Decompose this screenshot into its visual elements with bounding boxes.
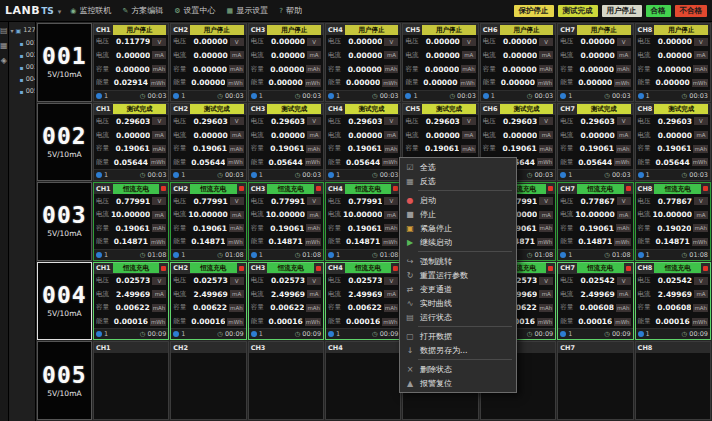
monitor-icon: ◉: [70, 7, 76, 15]
channel-card-002-ch2[interactable]: CH2测试完成电压0.29603V电流0.00000mA容量0.19061mAh…: [170, 103, 246, 182]
context-menu-item-reset-run-params[interactable]: ↻重置运行参数: [400, 268, 516, 282]
step-icon: [560, 252, 566, 258]
context-menu-item-stop[interactable]: ■停止: [400, 207, 516, 221]
channel-card-002-ch8[interactable]: CH8测试完成电压0.29603V电流0.00000mA容量0.19061mAh…: [635, 103, 711, 182]
tree-device-item-5[interactable]: ▪005 [5V/10mA-1.1-20180501005]: [11, 87, 33, 95]
device-display-003[interactable]: 0035V/10mA: [37, 182, 92, 261]
channel-card-003-ch7[interactable]: CH7恒流充电电压0.77867V电流10.00000mA容量0.19061mA…: [557, 182, 633, 261]
channel-card-004-ch7[interactable]: CH7恒流充电电压0.02542V电流2.49969mA容量0.00608mAh…: [557, 262, 633, 341]
tree-device-item-2[interactable]: ▪002 [5V/10mA-1.1-20180501002]: [11, 51, 33, 59]
alarm-view-icon[interactable]: ◈: [1, 57, 7, 65]
capacity-value: 0.19061: [111, 224, 150, 233]
channel-card-002-ch7[interactable]: CH7测试完成电压0.29603V电流0.00000mA容量0.19061mAh…: [557, 103, 633, 182]
context-menu-item-invert-selection[interactable]: ▦反选: [400, 174, 516, 188]
capacity-label: 容量: [96, 224, 109, 233]
voltage-label: 电压: [96, 37, 109, 46]
channel-card-005-ch3[interactable]: CH3: [248, 341, 324, 420]
channel-card-001-ch3[interactable]: CH3用户停止电压0.00000V电流0.00000mA容量0.00000mAh…: [248, 23, 324, 102]
recording-icon: [239, 266, 244, 271]
channel-card-001-ch2[interactable]: CH2用户停止电压0.00000V电流0.00000mA容量0.00000mAh…: [170, 23, 246, 102]
menubar-item-display-settings[interactable]: ▦显示设置: [227, 5, 269, 16]
channel-card-001-ch7[interactable]: CH7用户停止电压0.00000V电流0.00000mA容量0.00000mAh…: [557, 23, 633, 102]
channel-card-004-ch8[interactable]: CH8恒流充电电压0.02542V电流2.49969mA容量0.00608mAh…: [635, 262, 711, 341]
channel-card-004-ch3[interactable]: CH3恒流充电电压0.02573V电流2.49969mA容量0.00622mAh…: [248, 262, 324, 341]
device-display-002[interactable]: 0025V/10mA: [37, 103, 92, 182]
context-menu-item-save-data-as[interactable]: ↓数据另存为...: [400, 343, 516, 357]
channel-card-005-ch4[interactable]: CH4: [325, 341, 401, 420]
device-icon: ▪: [20, 40, 24, 47]
menubar-item-plan-edit[interactable]: ✎方案编辑: [122, 5, 163, 16]
channel-card-003-ch8[interactable]: CH8恒流充电电压0.77867V电流10.00000mA容量0.19020mA…: [635, 182, 711, 261]
context-menu-item-resume-start[interactable]: ▶继续启动: [400, 235, 516, 249]
channel-card-001-ch1[interactable]: CH1用户停止电压0.11779V电流0.00000mA容量0.00000mAh…: [93, 23, 169, 102]
energy-unit: mWh: [305, 318, 321, 326]
menubar-item-settings-center[interactable]: ⚙设置中心: [174, 5, 215, 16]
channel-card-002-ch4[interactable]: CH4测试完成电压0.29603V电流0.00000mA容量0.19061mAh…: [325, 103, 401, 182]
device-list-icon[interactable]: ▤: [0, 27, 8, 35]
context-menu-item-change-channel[interactable]: ⇄变更通道: [400, 282, 516, 296]
caret-down-icon[interactable]: ▾: [58, 8, 62, 16]
logo-text-secondary: TS: [41, 6, 54, 16]
channel-card-001-ch5[interactable]: CH5用户停止电压0.00000V电流0.00000mA容量0.00000mAh…: [402, 23, 478, 102]
current-value: 10.00000: [343, 210, 382, 219]
voltage-unit: V: [462, 38, 476, 46]
channel-card-004-ch4[interactable]: CH4恒流充电电压0.02573V电流2.49969mA容量0.00622mAh…: [325, 262, 401, 341]
channel-card-004-ch1[interactable]: CH1恒流充电电压0.02573V电流2.49969mA容量0.00622mAh…: [93, 262, 169, 341]
current-unit: mA: [230, 290, 244, 298]
device-display-005[interactable]: 0055V/10mA: [37, 341, 92, 420]
context-menu-item-alarm-reset[interactable]: ▲报警复位: [400, 376, 516, 390]
tree-expand-icon[interactable]: ▾: [11, 27, 14, 34]
device-display-001[interactable]: 0015V/10mA: [37, 23, 92, 102]
current-value: 2.49969: [111, 290, 150, 299]
channel-card-002-ch3[interactable]: CH3测试完成电压0.29603V电流0.00000mA容量0.19061mAh…: [248, 103, 324, 182]
context-menu-item-delete-status[interactable]: ×删除状态: [400, 362, 516, 376]
monitor-view-icon[interactable]: ▦: [0, 42, 8, 50]
channel-card-003-ch3[interactable]: CH3恒流充电电压0.77991V电流10.00000mA容量0.19061mA…: [248, 182, 324, 261]
channel-name: CH7: [560, 344, 575, 352]
channel-card-005-ch2[interactable]: CH2: [170, 341, 246, 420]
tree-root-node[interactable]: ▾▣127.0.0.1:2001,2000 (连接设备5 台): [11, 26, 33, 35]
context-menu-item-force-jump[interactable]: ↪强制跳转: [400, 254, 516, 268]
capacity-value: 0.00622: [343, 303, 382, 312]
channel-card-005-ch1[interactable]: CH1: [93, 341, 169, 420]
channel-card-004-ch2[interactable]: CH2恒流充电电压0.02573V电流2.49969mA容量0.00622mAh…: [170, 262, 246, 341]
channel-header: CH8用户停止: [636, 24, 710, 35]
channel-card-005-ch8[interactable]: CH8: [635, 341, 711, 420]
channel-card-001-ch8[interactable]: CH8用户停止电压0.00000V电流0.00000mA容量0.00000mAh…: [635, 23, 711, 102]
energy-value: 0.05644: [266, 158, 303, 167]
tree-device-item-1[interactable]: ▪001 [5V/10mA-1.1-20180501001]: [11, 39, 33, 47]
channel-name: CH4: [328, 26, 343, 34]
capacity-value: 0.00608: [653, 303, 692, 312]
menubar-item-help[interactable]: ?帮助: [279, 5, 302, 16]
tree-device-item-4[interactable]: ▪004 [5V/10mA-1.1-20180501004]: [11, 75, 33, 83]
invert-selection-icon: ▦: [404, 177, 416, 186]
channel-card-005-ch7[interactable]: CH7: [557, 341, 633, 420]
tree-device-item-3[interactable]: ▪003 [5V/10mA-1.1-20180501003]: [11, 63, 33, 71]
device-row-005: 0055V/10mACH1CH2CH3CH4CH5CH6CH7CH8: [36, 340, 712, 420]
channel-voltage-row: 电压0.29603V: [558, 115, 632, 129]
channel-card-003-ch4[interactable]: CH4恒流充电电压0.77991V电流10.00000mA容量0.19061mA…: [325, 182, 401, 261]
footer-step-group: 1: [560, 251, 572, 259]
context-menu-item-start[interactable]: ●启动: [400, 193, 516, 207]
channel-card-001-ch6[interactable]: CH6用户停止电压0.00000V电流0.00000mA容量0.00000mAh…: [480, 23, 556, 102]
channel-card-002-ch1[interactable]: CH1测试完成电压0.29603V电流0.00000mA容量0.19061mAh…: [93, 103, 169, 182]
context-menu-item-select-all[interactable]: ☑全选: [400, 160, 516, 174]
context-menu-item-emergency-stop[interactable]: ▣紧急停止: [400, 221, 516, 235]
menubar-item-monitor-link[interactable]: ◉监控联机: [70, 5, 111, 16]
step-number: 1: [181, 171, 185, 179]
context-menu-item-run-status[interactable]: ▤运行状态: [400, 310, 516, 324]
channel-card-003-ch1[interactable]: CH1恒流充电电压0.77991V电流10.00000mA容量0.19061mA…: [93, 182, 169, 261]
energy-unit: mWh: [614, 158, 630, 166]
channel-voltage-row: 电压0.02573V: [171, 274, 245, 288]
channel-name: CH8: [638, 185, 653, 193]
energy-label: 能量: [638, 78, 651, 87]
channel-card-001-ch4[interactable]: CH4用户停止电压0.00000V电流0.00000mA容量0.00000mAh…: [325, 23, 401, 102]
context-menu-item-open-data[interactable]: ▢打开数据: [400, 329, 516, 343]
capacity-unit: mAh: [152, 224, 167, 232]
channel-name: CH3: [251, 264, 266, 272]
channel-card-003-ch2[interactable]: CH2恒流充电电压0.77991V电流10.00000mA容量0.19061mA…: [170, 182, 246, 261]
device-display-004[interactable]: 0045V/10mA: [37, 262, 92, 341]
channel-voltage-row: 电压0.77991V: [249, 194, 323, 208]
context-menu-item-realtime-curve[interactable]: ∿实时曲线: [400, 296, 516, 310]
voltage-value: 0.77867: [653, 197, 692, 206]
